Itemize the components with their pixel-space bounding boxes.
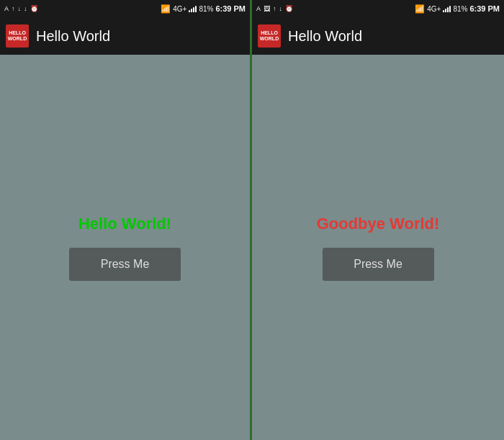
right-auto-rotate-icon: A <box>256 5 261 12</box>
alarm-icon: ⏰ <box>30 5 38 12</box>
left-wifi-icon: 📶 <box>161 4 171 14</box>
right-battery: 81% <box>453 5 467 13</box>
right-main-content: Goodbye World! Press Me <box>252 55 504 440</box>
right-wifi-icon: 📶 <box>415 4 425 14</box>
right-signal-bars <box>443 5 451 12</box>
right-app-bar: HELLO WORLD Hello World <box>252 17 504 55</box>
left-app-title: Hello World <box>36 28 110 45</box>
left-status-icons: A ↑ ↓ ↓ ⏰ <box>4 5 38 12</box>
right-main-text: Goodbye World! <box>317 215 440 233</box>
right-network-type: 4G+ <box>427 5 441 13</box>
upload-icon: ↓ <box>18 5 22 12</box>
right-app-icon-text: HELLO WORLD <box>260 30 279 41</box>
download-icon: ↑ <box>12 5 15 12</box>
right-download-icon: ↑ <box>273 5 276 12</box>
right-alarm-icon: ⏰ <box>285 5 293 12</box>
right-time: 6:39 PM <box>469 4 500 13</box>
auto-rotate-icon: A <box>4 5 9 12</box>
right-status-right: 📶 4G+ 81% 6:39 PM <box>415 4 500 14</box>
right-phone-panel: A 🖼 ↑ ↓ ⏰ 📶 4G+ 81% 6:39 PM HELLO WORLD <box>252 0 504 440</box>
upload2-icon: ↓ <box>24 5 27 12</box>
left-status-right: 📶 4G+ 81% 6:39 PM <box>161 4 246 14</box>
left-main-text: Hello World! <box>78 215 171 233</box>
right-app-icon: HELLO WORLD <box>258 24 281 48</box>
right-status-bar: A 🖼 ↑ ↓ ⏰ 📶 4G+ 81% 6:39 PM <box>252 0 504 17</box>
right-upload-icon: ↓ <box>279 5 283 12</box>
left-phone-panel: A ↑ ↓ ↓ ⏰ 📶 4G+ 81% 6:39 PM HELLO WORLD <box>0 0 252 440</box>
right-app-title: Hello World <box>288 28 362 45</box>
left-app-icon-text: HELLO WORLD <box>8 30 27 41</box>
left-app-icon: HELLO WORLD <box>6 24 29 48</box>
left-main-content: Hello World! Press Me <box>0 55 250 440</box>
left-status-bar: A ↑ ↓ ↓ ⏰ 📶 4G+ 81% 6:39 PM <box>0 0 250 17</box>
left-app-bar: HELLO WORLD Hello World <box>0 17 250 55</box>
left-signal-bars <box>189 5 197 12</box>
left-time: 6:39 PM <box>215 4 246 13</box>
right-status-icons: A 🖼 ↑ ↓ ⏰ <box>256 5 293 12</box>
left-press-button[interactable]: Press Me <box>69 248 181 281</box>
right-press-button[interactable]: Press Me <box>323 248 434 281</box>
left-network-type: 4G+ <box>173 5 186 13</box>
right-image-icon: 🖼 <box>264 5 270 12</box>
left-battery: 81% <box>199 5 213 13</box>
